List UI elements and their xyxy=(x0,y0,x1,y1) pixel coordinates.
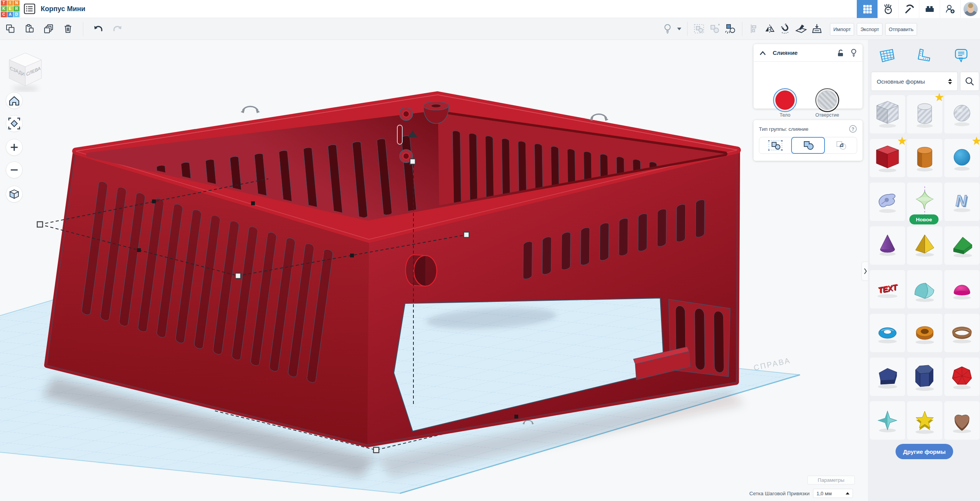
scale-handle-mid[interactable] xyxy=(514,415,518,419)
home-view-button[interactable] xyxy=(6,92,23,109)
center-pivot-handle[interactable] xyxy=(251,201,255,205)
redo-button[interactable] xyxy=(111,21,124,36)
parameters-button[interactable]: Параметры xyxy=(807,476,855,485)
shape-hole-cylinder[interactable] xyxy=(907,95,942,133)
sidebar-collapse-tab[interactable] xyxy=(861,262,868,281)
shape-text-letters[interactable]: N N xyxy=(944,183,980,221)
perspective-toggle-button[interactable] xyxy=(6,186,23,203)
shape-star-4point[interactable] xyxy=(870,401,905,440)
view-cube[interactable]: СЗАДИ СЛЕВА xyxy=(5,50,45,92)
group-type-intersect-option[interactable] xyxy=(825,137,857,153)
shape-ring[interactable] xyxy=(944,314,980,352)
paste-button[interactable] xyxy=(23,21,36,36)
shape-hexagonal-prism[interactable] xyxy=(907,358,942,396)
group-type-selection-option[interactable] xyxy=(759,137,792,153)
shape-roof[interactable] xyxy=(944,226,980,265)
shape-star-5point[interactable] xyxy=(907,401,942,440)
ungroup-button[interactable] xyxy=(708,21,721,36)
shape-heart[interactable] xyxy=(944,401,980,440)
shape-pyramid[interactable] xyxy=(907,226,942,265)
shape-half-cylinder[interactable] xyxy=(907,270,942,308)
collapse-panel-button[interactable] xyxy=(759,50,767,56)
shape-sphere[interactable] xyxy=(944,139,980,177)
toolbar-separator xyxy=(687,22,687,36)
shape-box[interactable] xyxy=(870,139,905,177)
shape-category-select[interactable]: Основные формы xyxy=(871,72,958,91)
shape-pentagon[interactable] xyxy=(870,358,905,396)
shape-tube[interactable] xyxy=(907,314,942,352)
fit-view-button[interactable] xyxy=(6,115,23,132)
lock-button[interactable] xyxy=(837,49,844,57)
mirror-button[interactable] xyxy=(763,21,776,36)
workplane-helper-button[interactable] xyxy=(795,21,808,36)
minecraft-button[interactable] xyxy=(898,0,919,18)
scale-handle-corner[interactable] xyxy=(37,222,43,227)
import-button[interactable]: Импорт xyxy=(830,23,854,36)
zoom-out-button[interactable] xyxy=(6,162,23,178)
zoom-in-button[interactable] xyxy=(6,139,23,156)
snap-grid-select[interactable]: 1,0 мм xyxy=(813,489,853,498)
scene-svg[interactable]: СПРАВА xyxy=(0,40,868,501)
shape-text[interactable]: TEXT TEXT xyxy=(870,270,905,308)
shape-cylinder[interactable] xyxy=(907,139,942,177)
copy-button[interactable] xyxy=(4,21,17,36)
snap-button[interactable] xyxy=(779,21,792,36)
workplane-tool-button[interactable] xyxy=(868,41,905,70)
send-button[interactable]: Отправить xyxy=(885,23,917,36)
group-type-panel: Тип группы: слияние ? xyxy=(754,120,863,161)
group-colors-button[interactable] xyxy=(724,21,737,36)
export-button[interactable]: Экспорт xyxy=(857,23,882,36)
merge-panel-title: Слияние xyxy=(773,49,798,56)
app-header: TIN KER CAD Корпус Мини xyxy=(0,0,980,18)
align-button[interactable] xyxy=(747,21,760,36)
solid-label: Тело xyxy=(766,112,804,118)
lego-button[interactable] xyxy=(919,0,940,18)
invite-button[interactable] xyxy=(940,0,960,18)
rotate-handle[interactable] xyxy=(589,114,608,121)
shape-half-sphere[interactable] xyxy=(944,270,980,308)
apps-grid-button[interactable] xyxy=(857,0,878,18)
show-all-button[interactable] xyxy=(662,21,673,36)
solid-color-swatch[interactable] xyxy=(773,88,797,112)
shape-cone[interactable] xyxy=(870,226,905,265)
logo-letter: N xyxy=(13,0,20,6)
height-handle[interactable] xyxy=(410,159,415,164)
design-menu-button[interactable] xyxy=(24,3,35,14)
scale-handle-corner[interactable] xyxy=(235,273,241,279)
scale-handle-mid[interactable] xyxy=(350,254,354,257)
shape-polyhedron[interactable] xyxy=(944,358,980,396)
shape-scribble[interactable] xyxy=(870,183,905,221)
sim-lab-button[interactable] xyxy=(878,0,898,18)
undo-button[interactable] xyxy=(92,21,105,36)
more-shapes-button[interactable]: Другие формы xyxy=(896,444,953,459)
scale-handle-corner[interactable] xyxy=(464,232,469,237)
duplicate-button[interactable] xyxy=(42,21,55,36)
scale-handle-mid[interactable] xyxy=(137,248,141,252)
shape-hole-box[interactable] xyxy=(870,95,905,133)
account-button[interactable] xyxy=(960,0,980,18)
delete-button[interactable] xyxy=(61,21,74,36)
shape-hole-sphere[interactable] xyxy=(944,95,980,133)
rotate-handle[interactable] xyxy=(241,107,260,114)
ruler-tool-button[interactable] xyxy=(905,41,942,70)
3d-viewport[interactable]: СПРАВА xyxy=(0,40,868,501)
ruler-helper-button[interactable] xyxy=(810,21,823,36)
group-type-merge-option[interactable] xyxy=(791,137,825,154)
trash-icon xyxy=(63,23,73,34)
chevron-up-icon xyxy=(759,50,767,56)
tinkercad-logo[interactable]: TIN KER CAD xyxy=(1,0,20,17)
design-title: Корпус Мини xyxy=(41,5,85,13)
model-enclosure[interactable] xyxy=(47,95,737,445)
show-all-dropdown[interactable] xyxy=(676,21,682,36)
hide-button[interactable] xyxy=(850,48,857,58)
shape-torus[interactable] xyxy=(870,314,905,352)
minus-icon xyxy=(7,163,21,177)
hole-swatch[interactable] xyxy=(815,88,839,112)
notes-tool-button[interactable] xyxy=(943,41,980,70)
group-button[interactable] xyxy=(692,21,706,36)
hole-cylinder-port[interactable] xyxy=(406,255,437,286)
shape-search-button[interactable] xyxy=(960,72,979,91)
scale-handle-mid[interactable] xyxy=(152,199,156,203)
scale-handle-corner[interactable] xyxy=(373,447,379,453)
help-button[interactable]: ? xyxy=(849,125,857,133)
